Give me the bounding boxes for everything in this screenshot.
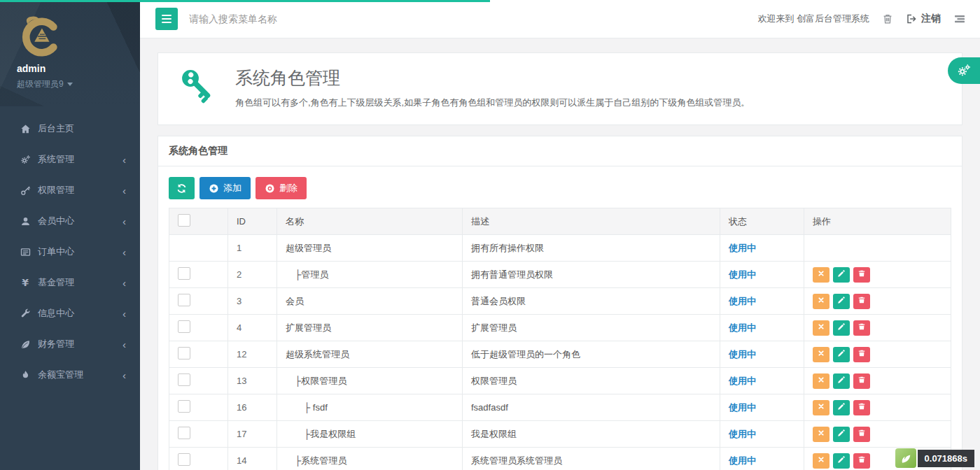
column-header: 描述 [463,208,720,235]
edit-role-button[interactable] [833,400,850,415]
brand-block: admin 超级管理员9 [0,0,140,106]
status-link[interactable]: 使用中 [729,455,756,466]
panel-body: 添加 删除 ID名称描述状态操作 1超级管理员拥有所有操作权限使用中2├管 [158,166,962,470]
role-name: ├管理员 [277,262,463,288]
role-name: ├系统管理员 [277,448,463,470]
table-row: 13├权限管理员权限管理员使用中 [169,368,951,394]
sidebar: admin 超级管理员9 后台主页系统管理‹权限管理‹会员中心‹订单中心‹¥基金… [0,0,140,470]
username: admin [17,63,140,74]
status-link[interactable]: 使用中 [729,243,756,253]
row-checkbox[interactable] [178,373,190,386]
row-checkbox[interactable] [178,294,190,306]
chevron-left-icon: ‹ [122,339,126,350]
disable-role-button[interactable] [813,453,830,469]
logout-button[interactable]: 注销 [906,13,941,25]
sidebar-item-6[interactable]: ¥基金管理‹ [0,267,140,298]
role-description: 我是权限组 [463,421,720,448]
wrench-icon [18,308,33,319]
table-row: 14├系统管理员系统管理员系统管理员使用中 [169,448,951,470]
topbar-right: 欢迎来到 创富后台管理系统 注销 [757,13,980,25]
status-link[interactable]: 使用中 [729,269,756,280]
nav-list-icon[interactable] [953,13,966,24]
edit-role-button[interactable] [833,294,850,309]
trash-icon [882,13,893,24]
disable-role-button[interactable] [813,320,830,336]
refresh-button[interactable] [169,177,195,199]
disable-role-button[interactable] [813,373,830,389]
delete-role-button[interactable] [853,373,870,389]
role-status-cell: 使用中 [720,315,804,341]
sidebar-item-4[interactable]: 会员中心‹ [0,206,140,236]
edit-role-button[interactable] [833,427,850,442]
disable-role-button[interactable] [813,347,830,362]
delete-role-button[interactable] [853,267,870,283]
table-row: 12超级系统管理员低于超级管理员的一个角色使用中 [169,341,951,368]
table-header-row: ID名称描述状态操作 [169,208,951,235]
sidebar-item-1[interactable]: 后台主页 [0,113,140,144]
row-checkbox[interactable] [178,320,190,333]
edit-role-button[interactable] [833,453,850,469]
user-role-dropdown[interactable]: 超级管理员9 [17,78,140,90]
delete-role-button[interactable] [853,347,870,362]
sidebar-item-5[interactable]: 订单中心‹ [0,236,140,267]
x-icon [817,349,825,359]
delete-role-button[interactable] [853,320,870,336]
status-link[interactable]: 使用中 [729,349,756,359]
role-name: 超级管理员 [277,235,463,262]
trash-icon [858,402,866,413]
role-id: 13 [228,368,277,394]
pencil-icon [837,269,846,280]
role-id: 12 [228,341,277,368]
x-icon [817,402,825,413]
row-checkbox[interactable] [178,453,190,466]
role-id: 16 [228,394,277,421]
clear-cache-button[interactable] [882,13,893,24]
delete-role-button[interactable] [853,453,870,469]
select-all-cell [169,208,228,235]
row-checkbox[interactable] [178,427,190,439]
pencil-icon [837,376,846,386]
delete-role-button[interactable] [853,294,870,309]
edit-role-button[interactable] [833,267,850,283]
sidebar-toggle-button[interactable] [155,8,178,30]
sidebar-item-8[interactable]: 财务管理‹ [0,329,140,359]
disable-role-button[interactable] [813,427,830,442]
sidebar-item-3[interactable]: 权限管理‹ [0,175,140,206]
role-status-cell: 使用中 [720,394,804,421]
sidebar-item-2[interactable]: 系统管理‹ [0,144,140,175]
pencil-icon [837,402,846,413]
add-button[interactable]: 添加 [200,177,251,199]
menu-search-input[interactable] [189,13,483,24]
row-operations-cell [804,341,951,368]
select-all-checkbox[interactable] [178,214,190,227]
trace-toggle-button[interactable] [895,448,916,468]
disable-role-button[interactable] [813,400,830,415]
delete-role-button[interactable] [853,427,870,442]
row-checkbox-cell [169,341,228,368]
sign-out-icon [906,13,917,24]
status-link[interactable]: 使用中 [729,322,756,333]
edit-role-button[interactable] [833,347,850,362]
row-checkbox[interactable] [178,267,190,280]
status-link[interactable]: 使用中 [729,429,756,439]
status-link[interactable]: 使用中 [729,296,756,306]
delete-role-button[interactable] [853,400,870,415]
status-link[interactable]: 使用中 [729,402,756,413]
status-link[interactable]: 使用中 [729,376,756,386]
edit-role-button[interactable] [833,320,850,336]
disable-role-button[interactable] [813,267,830,283]
sidebar-item-label: 余额宝管理 [38,369,122,381]
sidebar-item-7[interactable]: 信息中心‹ [0,298,140,329]
trash-icon [858,296,866,306]
row-checkbox[interactable] [178,347,190,359]
role-name: ├ fsdf [277,394,463,421]
edit-role-button[interactable] [833,373,850,389]
delete-button[interactable]: 删除 [255,177,307,199]
row-checkbox[interactable] [178,400,190,413]
sidebar-item-label: 后台主页 [38,122,126,135]
disable-role-button[interactable] [813,294,830,309]
trash-icon [858,376,866,386]
table-settings-button[interactable] [948,57,980,84]
sidebar-item-9[interactable]: 余额宝管理‹ [0,359,140,390]
row-checkbox-cell [169,448,228,470]
